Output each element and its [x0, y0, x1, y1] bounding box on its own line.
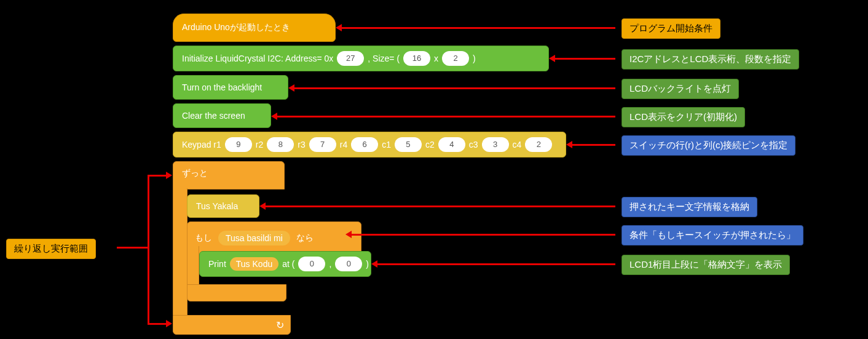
- arrow-line: [555, 58, 615, 60]
- diagram-stage: Arduino Unoが起動したとき Initialize LiquidCrys…: [0, 0, 868, 339]
- keypad-r4-lbl: r4: [340, 140, 347, 150]
- block-clear-screen[interactable]: Clear the screen: [173, 103, 271, 128]
- print-prefix: Print: [208, 259, 226, 269]
- comment-i2c: I2CアドレスとLCD表示桁、段数を指定: [621, 49, 799, 70]
- backlight-label: Turn on the backlight: [182, 82, 262, 92]
- arrow-line: [117, 247, 148, 249]
- block-if-side: [187, 246, 199, 284]
- arrow-left-icon: [271, 113, 277, 120]
- block-tus-yakala[interactable]: Tus Yakala: [187, 194, 259, 218]
- print-x-input[interactable]: 0: [298, 257, 325, 271]
- print-comma: ,: [329, 259, 331, 269]
- arrow-left-icon: [288, 84, 294, 92]
- keypad-r3-input[interactable]: 7: [309, 137, 336, 152]
- block-forever-top[interactable]: ずっと: [173, 161, 285, 189]
- arrow-line: [294, 87, 615, 89]
- arrow-right-icon: [166, 320, 172, 327]
- init-lcd-text1: Initialize LiquidCrystal I2C: Address= 0…: [182, 54, 333, 63]
- block-init-lcd[interactable]: Initialize LiquidCrystal I2C: Address= 0…: [173, 46, 549, 71]
- arrow-left-icon: [371, 260, 377, 268]
- keypad-r2-lbl: r2: [256, 140, 263, 150]
- arrow-line: [377, 263, 615, 265]
- arrow-line: [148, 323, 166, 325]
- if-left: もし: [195, 233, 212, 244]
- keypad-c3-lbl: c3: [469, 140, 478, 150]
- init-lcd-x: x: [434, 54, 438, 63]
- tus-yakala-label: Tus Yakala: [196, 201, 238, 211]
- block-keypad[interactable]: Keypad r1 9 r2 8 r3 7 r4 6 c1 5 c2 4 c3 …: [173, 132, 566, 158]
- keypad-r3-lbl: r3: [298, 140, 305, 150]
- keypad-c1-lbl: c1: [382, 140, 391, 150]
- arrow-left-icon: [345, 231, 352, 238]
- comment-keystore: 押されたキー文字情報を格納: [621, 197, 757, 217]
- block-if-top[interactable]: もし Tusa basildi mi なら: [187, 221, 361, 255]
- arrow-line: [572, 144, 615, 146]
- loop-arrow-icon: ↻: [276, 319, 284, 331]
- hat-label: Arduino Unoが起動したとき: [182, 22, 290, 33]
- keypad-c4-input[interactable]: 2: [525, 137, 552, 152]
- keypad-r1-input[interactable]: 9: [225, 137, 252, 152]
- print-var[interactable]: Tus Kodu: [230, 257, 278, 271]
- keypad-c4-lbl: c4: [513, 140, 522, 150]
- arrow-right-icon: [166, 172, 172, 179]
- init-lcd-cols-input[interactable]: 16: [403, 51, 430, 66]
- if-right: なら: [296, 233, 314, 244]
- comment-clear: LCD表示をクリア(初期化): [621, 107, 745, 127]
- print-y-input[interactable]: 0: [335, 257, 362, 271]
- comment-if: 条件「もしキースイッチが押されたら」: [621, 225, 803, 245]
- init-lcd-address-input[interactable]: 27: [337, 51, 364, 66]
- arrow-line: [352, 234, 615, 236]
- block-forever-bottom: ↻: [173, 315, 291, 335]
- arrow-left-icon: [549, 55, 555, 62]
- keypad-c1-input[interactable]: 5: [395, 137, 422, 152]
- arrow-left-icon: [259, 202, 266, 210]
- keypad-c2-input[interactable]: 4: [438, 137, 465, 152]
- keypad-r2-input[interactable]: 8: [267, 137, 294, 152]
- arrow-line: [148, 175, 149, 325]
- forever-label: ずっと: [182, 168, 208, 178]
- keypad-c3-input[interactable]: 3: [482, 137, 509, 152]
- arrow-line: [148, 175, 166, 177]
- if-condition[interactable]: Tusa basildi mi: [218, 231, 290, 245]
- clear-label: Clear the screen: [182, 111, 245, 121]
- block-backlight[interactable]: Turn on the backlight: [173, 75, 288, 100]
- arrow-line: [277, 116, 615, 118]
- init-lcd-text2: , Size= (: [368, 54, 400, 63]
- arrow-left-icon: [566, 141, 572, 148]
- hat-block-arduino-start[interactable]: Arduino Unoが起動したとき: [173, 14, 336, 42]
- block-forever-side: [173, 188, 187, 315]
- arrow-line: [266, 205, 615, 207]
- comment-backlight: LCDバックライトを点灯: [621, 79, 739, 99]
- keypad-c2-lbl: c2: [425, 140, 435, 150]
- keypad-r1-lbl: Keypad r1: [182, 140, 221, 150]
- block-if-bottom: [187, 284, 286, 301]
- keypad-r4-input[interactable]: 6: [351, 137, 378, 152]
- init-lcd-rows-input[interactable]: 2: [442, 51, 469, 66]
- print-mid: at (: [282, 259, 294, 269]
- arrow-line: [342, 27, 615, 29]
- comment-repeat-range: 繰り返し実行範囲: [6, 239, 96, 259]
- init-lcd-text3: ): [473, 54, 476, 63]
- comment-start: プログラム開始条件: [621, 18, 720, 39]
- print-suffix: ): [366, 259, 369, 269]
- arrow-left-icon: [336, 24, 342, 31]
- block-print[interactable]: Print Tus Kodu at ( 0 , 0 ): [199, 251, 371, 277]
- comment-keypad: スイッチの行(r)と列(c)接続ピンを指定: [621, 135, 795, 156]
- comment-print: LCD1桁目上段に「格納文字」を表示: [621, 255, 790, 275]
